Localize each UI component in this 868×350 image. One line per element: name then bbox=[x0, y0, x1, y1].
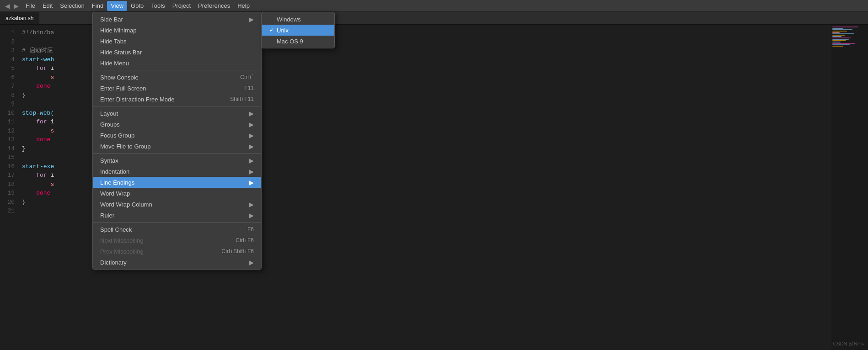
menu-entry-hide-menu[interactable]: Hide Menu bbox=[93, 58, 261, 69]
menu-entry-label: Next Misspelling bbox=[100, 237, 226, 244]
menu-entry-line-endings[interactable]: Line Endings ▶ bbox=[93, 177, 261, 188]
back-arrow[interactable]: ◀ bbox=[4, 1, 11, 11]
submenu-arrow: ▶ bbox=[249, 121, 254, 128]
menu-edit[interactable]: Edit bbox=[39, 1, 56, 11]
menu-entry-hide-minimap[interactable]: Hide Minimap bbox=[93, 25, 261, 36]
menu-entry-label: Syntax bbox=[100, 157, 246, 164]
menu-entry-label: Word Wrap bbox=[100, 190, 254, 197]
tab-label: azkaban.sh bbox=[5, 15, 33, 21]
submenu-windows[interactable]: Windows bbox=[262, 14, 334, 25]
nav-arrows: ◀ ▶ bbox=[2, 1, 22, 11]
submenu-arrow: ▶ bbox=[249, 132, 254, 139]
menu-preferences[interactable]: Preferences bbox=[194, 1, 234, 11]
menu-entry-label: Move File to Group bbox=[100, 143, 246, 150]
menu-entry-label: Dictionary bbox=[100, 259, 246, 266]
separator bbox=[93, 222, 261, 223]
submenu-unix[interactable]: ✓ Unix bbox=[262, 25, 334, 36]
submenu-arrow: ▶ bbox=[249, 143, 254, 150]
submenu-arrow: ▶ bbox=[249, 259, 254, 266]
menu-entry-hide-tabs[interactable]: Hide Tabs bbox=[93, 36, 261, 47]
submenu-macos9[interactable]: Mac OS 9 bbox=[262, 36, 334, 47]
menu-entry-label: Ruler bbox=[100, 212, 246, 219]
menu-entry-fullscreen[interactable]: Enter Full Screen F11 bbox=[93, 83, 261, 94]
menu-shortcut: Ctrl+` bbox=[240, 74, 254, 80]
check-mark: ✓ bbox=[269, 27, 277, 33]
menu-view[interactable]: View bbox=[107, 1, 127, 11]
menu-entry-show-console[interactable]: Show Console Ctrl+` bbox=[93, 72, 261, 83]
menu-entry-label: Spell Check bbox=[100, 226, 238, 233]
menu-entry-label: Focus Group bbox=[100, 132, 246, 139]
menu-entry-ruler[interactable]: Ruler ▶ bbox=[93, 210, 261, 221]
menu-entry-syntax[interactable]: Syntax ▶ bbox=[93, 155, 261, 166]
submenu-arrow: ▶ bbox=[249, 201, 254, 208]
menu-tools[interactable]: Tools bbox=[147, 1, 168, 11]
menu-selection[interactable]: Selection bbox=[56, 1, 88, 11]
submenu-label: Unix bbox=[277, 27, 327, 34]
menu-find[interactable]: Find bbox=[88, 1, 107, 11]
menu-entry-groups[interactable]: Groups ▶ bbox=[93, 119, 261, 130]
menu-entry-next-misspelling: Next Misspelling Ctrl+F6 bbox=[93, 235, 261, 246]
submenu-arrow: ▶ bbox=[249, 179, 254, 186]
view-menu-dropdown: Side Bar ▶ Hide Minimap Hide Tabs Hide S… bbox=[92, 12, 262, 270]
menu-entry-prev-misspelling: Prev Misspelling Ctrl+Shift+F6 bbox=[93, 246, 261, 257]
menu-file[interactable]: File bbox=[22, 1, 39, 11]
separator bbox=[93, 153, 261, 154]
separator bbox=[93, 70, 261, 70]
submenu-arrow: ▶ bbox=[249, 16, 254, 23]
menu-entry-label: Show Console bbox=[100, 74, 231, 81]
minimap bbox=[831, 25, 868, 350]
menu-entry-label: Word Wrap Column bbox=[100, 201, 246, 208]
menu-entry-label: Hide Menu bbox=[100, 60, 254, 67]
menu-entry-distraction[interactable]: Enter Distraction Free Mode Shift+F11 bbox=[93, 94, 261, 105]
menu-entry-label: Hide Minimap bbox=[100, 27, 254, 34]
line-endings-submenu: Windows ✓ Unix Mac OS 9 bbox=[262, 12, 335, 48]
submenu-arrow: ▶ bbox=[249, 212, 254, 219]
menu-entry-label: Prev Misspelling bbox=[100, 248, 212, 255]
menu-entry-label: Line Endings bbox=[100, 179, 246, 186]
submenu-arrow: ▶ bbox=[249, 157, 254, 164]
menu-project[interactable]: Project bbox=[169, 1, 194, 11]
menu-shortcut: Ctrl+Shift+F6 bbox=[221, 248, 254, 255]
menu-entry-label: Indentation bbox=[100, 168, 246, 175]
menu-shortcut: F11 bbox=[244, 85, 254, 91]
menu-shortcut: F6 bbox=[247, 226, 254, 233]
menu-entry-dictionary[interactable]: Dictionary ▶ bbox=[93, 257, 261, 268]
submenu-arrow: ▶ bbox=[249, 168, 254, 175]
menu-entry-hide-status[interactable]: Hide Status Bar bbox=[93, 47, 261, 58]
check-mark bbox=[269, 16, 277, 22]
tab-azkaban[interactable]: azkaban.sh bbox=[0, 11, 39, 24]
menu-entry-label: Enter Full Screen bbox=[100, 85, 235, 92]
menu-entry-label: Layout bbox=[100, 110, 246, 117]
menu-entry-label: Groups bbox=[100, 121, 246, 128]
submenu-label: Mac OS 9 bbox=[277, 38, 327, 45]
menu-entry-label: Hide Status Bar bbox=[100, 49, 254, 56]
menu-goto[interactable]: Goto bbox=[127, 1, 147, 11]
menu-entry-label: Hide Tabs bbox=[100, 38, 254, 45]
menu-entry-indentation[interactable]: Indentation ▶ bbox=[93, 166, 261, 177]
forward-arrow[interactable]: ▶ bbox=[12, 1, 20, 11]
menu-shortcut: Ctrl+F6 bbox=[236, 237, 254, 244]
menu-entry-sidebar[interactable]: Side Bar ▶ bbox=[93, 14, 261, 25]
menu-entry-focus-group[interactable]: Focus Group ▶ bbox=[93, 130, 261, 141]
menubar: ◀ ▶ File Edit Selection Find View Goto T… bbox=[0, 0, 868, 12]
check-mark bbox=[269, 38, 277, 44]
menu-entry-layout[interactable]: Layout ▶ bbox=[93, 108, 261, 119]
watermark: CSDN @NFii- bbox=[833, 341, 864, 346]
submenu-label: Windows bbox=[277, 16, 327, 23]
menu-help[interactable]: Help bbox=[234, 1, 253, 11]
menu-entry-word-wrap-column[interactable]: Word Wrap Column ▶ bbox=[93, 199, 261, 210]
menu-entry-spell-check[interactable]: Spell Check F6 bbox=[93, 224, 261, 235]
menu-shortcut: Shift+F11 bbox=[230, 96, 254, 102]
menu-entry-label: Side Bar bbox=[100, 16, 246, 23]
separator bbox=[93, 106, 261, 106]
menu-entry-word-wrap[interactable]: Word Wrap bbox=[93, 188, 261, 199]
menu-entry-move-file[interactable]: Move File to Group ▶ bbox=[93, 141, 261, 152]
menu-entry-label: Enter Distraction Free Mode bbox=[100, 96, 221, 103]
line-numbers: 12345 678910 1112131415 1617181920 21 bbox=[0, 25, 18, 350]
submenu-arrow: ▶ bbox=[249, 110, 254, 117]
